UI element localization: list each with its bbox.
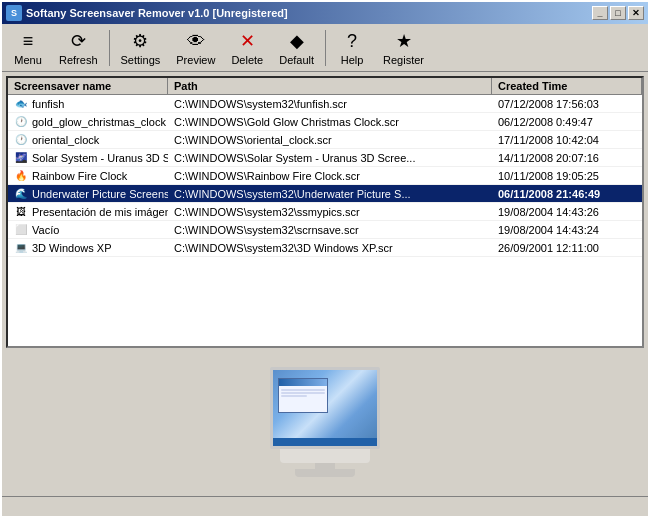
default-icon: ◆ xyxy=(285,29,309,53)
delete-button[interactable]: ✕ Delete xyxy=(224,26,270,69)
table-row[interactable]: 🔥Rainbow Fire ClockC:\WINDOWS\Rainbow Fi… xyxy=(8,167,642,185)
default-label: Default xyxy=(279,54,314,66)
register-button[interactable]: ★ Register xyxy=(376,26,431,69)
row-name-text: Presentación de mis imágenes xyxy=(32,206,168,218)
cell-path: C:\WINDOWS\system32\scrnsave.scr xyxy=(168,223,492,237)
row-icon: 🌊 xyxy=(14,187,28,201)
settings-icon: ⚙ xyxy=(128,29,152,53)
table-row[interactable]: 🕐gold_glow_christmas_clockC:\WINDOWS\Gol… xyxy=(8,113,642,131)
refresh-button[interactable]: ⟳ Refresh xyxy=(52,26,105,69)
title-bar-left: S Softany Screensaver Remover v1.0 [Unre… xyxy=(6,5,288,21)
cell-time: 14/11/2008 20:07:16 xyxy=(492,151,642,165)
cell-time: 19/08/2004 14:43:24 xyxy=(492,223,642,237)
cell-path: C:\WINDOWS\Rainbow Fire Clock.scr xyxy=(168,169,492,183)
cell-time: 10/11/2008 19:05:25 xyxy=(492,169,642,183)
cell-path: C:\WINDOWS\system32\3D Windows XP.scr xyxy=(168,241,492,255)
cell-path: C:\WINDOWS\system32\ssmypics.scr xyxy=(168,205,492,219)
monitor-display xyxy=(260,367,390,477)
row-name-text: 3D Windows XP xyxy=(32,242,111,254)
cell-name: 🕐oriental_clock xyxy=(8,132,168,148)
cell-name: 🔥Rainbow Fire Clock xyxy=(8,168,168,184)
screen-window-body xyxy=(279,386,327,400)
app-icon: S xyxy=(6,5,22,21)
cell-name: 🌊Underwater Picture Screensaver xyxy=(8,186,168,202)
header-name: Screensaver name xyxy=(8,78,168,94)
screen-line-1 xyxy=(281,389,325,391)
row-name-text: Rainbow Fire Clock xyxy=(32,170,127,182)
help-button[interactable]: ? Help xyxy=(330,26,374,69)
cell-time: 06/12/2008 0:49:47 xyxy=(492,115,642,129)
title-controls: _ □ ✕ xyxy=(592,6,644,20)
close-button[interactable]: ✕ xyxy=(628,6,644,20)
screen-content xyxy=(273,370,377,446)
delete-icon: ✕ xyxy=(235,29,259,53)
row-name-text: oriental_clock xyxy=(32,134,99,146)
row-icon: ⬜ xyxy=(14,223,28,237)
row-icon: 🔥 xyxy=(14,169,28,183)
row-name-text: funfish xyxy=(32,98,64,110)
cell-time: 26/09/2001 12:11:00 xyxy=(492,241,642,255)
screensaver-list[interactable]: Screensaver name Path Created Time 🐟funf… xyxy=(6,76,644,348)
cell-time: 07/12/2008 17:56:03 xyxy=(492,97,642,111)
preview-button[interactable]: 👁 Preview xyxy=(169,26,222,69)
row-icon: 🖼 xyxy=(14,205,28,219)
cell-name: 🖼Presentación de mis imágenes xyxy=(8,204,168,220)
maximize-button[interactable]: □ xyxy=(610,6,626,20)
table-row[interactable]: 💻3D Windows XPC:\WINDOWS\system32\3D Win… xyxy=(8,239,642,257)
default-button[interactable]: ◆ Default xyxy=(272,26,321,69)
window-title: Softany Screensaver Remover v1.0 [Unregi… xyxy=(26,7,288,19)
screen-taskbar xyxy=(273,438,377,446)
row-name-text: Solar System - Uranus 3D Scre... xyxy=(32,152,168,164)
refresh-label: Refresh xyxy=(59,54,98,66)
main-window: S Softany Screensaver Remover v1.0 [Unre… xyxy=(0,0,650,518)
monitor-stand-base xyxy=(295,469,355,477)
cell-time: 06/11/2008 21:46:49 xyxy=(492,187,642,201)
screen-window-titlebar xyxy=(279,379,327,386)
register-icon: ★ xyxy=(392,29,416,53)
settings-button[interactable]: ⚙ Settings xyxy=(114,26,168,69)
cell-name: ⬜Vacío xyxy=(8,222,168,238)
row-icon: 🕐 xyxy=(14,133,28,147)
delete-label: Delete xyxy=(231,54,263,66)
cell-time: 17/11/2008 10:42:04 xyxy=(492,133,642,147)
cell-name: 💻3D Windows XP xyxy=(8,240,168,256)
register-label: Register xyxy=(383,54,424,66)
menu-icon: ≡ xyxy=(16,29,40,53)
row-icon: 💻 xyxy=(14,241,28,255)
screen-line-3 xyxy=(281,395,307,397)
content-area: Screensaver name Path Created Time 🐟funf… xyxy=(2,72,648,496)
status-bar xyxy=(2,496,648,516)
table-row[interactable]: 🌌Solar System - Uranus 3D Scre...C:\WIND… xyxy=(8,149,642,167)
toolbar: ≡ Menu ⟳ Refresh ⚙ Settings 👁 Preview ✕ … xyxy=(2,24,648,72)
cell-name: 🐟funfish xyxy=(8,96,168,112)
table-row[interactable]: 🌊Underwater Picture ScreensaverC:\WINDOW… xyxy=(8,185,642,203)
cell-path: C:\WINDOWS\oriental_clock.scr xyxy=(168,133,492,147)
row-icon: 🌌 xyxy=(14,151,28,165)
table-row[interactable]: 🖼Presentación de mis imágenesC:\WINDOWS\… xyxy=(8,203,642,221)
cell-path: C:\WINDOWS\system32\Underwater Picture S… xyxy=(168,187,492,201)
header-path: Path xyxy=(168,78,492,94)
help-label: Help xyxy=(341,54,364,66)
cell-path: C:\WINDOWS\Gold Glow Christmas Clock.scr xyxy=(168,115,492,129)
cell-path: C:\WINDOWS\system32\funfish.scr xyxy=(168,97,492,111)
row-icon: 🐟 xyxy=(14,97,28,111)
screen-window xyxy=(278,378,328,413)
list-header: Screensaver name Path Created Time xyxy=(8,78,642,95)
row-name-text: Vacío xyxy=(32,224,59,236)
settings-label: Settings xyxy=(121,54,161,66)
row-icon: 🕐 xyxy=(14,115,28,129)
preview-icon: 👁 xyxy=(184,29,208,53)
help-icon: ? xyxy=(340,29,364,53)
table-row[interactable]: 🐟funfishC:\WINDOWS\system32\funfish.scr0… xyxy=(8,95,642,113)
menu-button[interactable]: ≡ Menu xyxy=(6,26,50,69)
screen-line-2 xyxy=(281,392,325,394)
row-name-text: Underwater Picture Screensaver xyxy=(32,188,168,200)
menu-label: Menu xyxy=(14,54,42,66)
table-row[interactable]: 🕐oriental_clockC:\WINDOWS\oriental_clock… xyxy=(8,131,642,149)
cell-time: 19/08/2004 14:43:26 xyxy=(492,205,642,219)
refresh-icon: ⟳ xyxy=(66,29,90,53)
table-row[interactable]: ⬜VacíoC:\WINDOWS\system32\scrnsave.scr19… xyxy=(8,221,642,239)
minimize-button[interactable]: _ xyxy=(592,6,608,20)
monitor-screen xyxy=(270,367,380,449)
toolbar-separator-2 xyxy=(325,30,326,66)
